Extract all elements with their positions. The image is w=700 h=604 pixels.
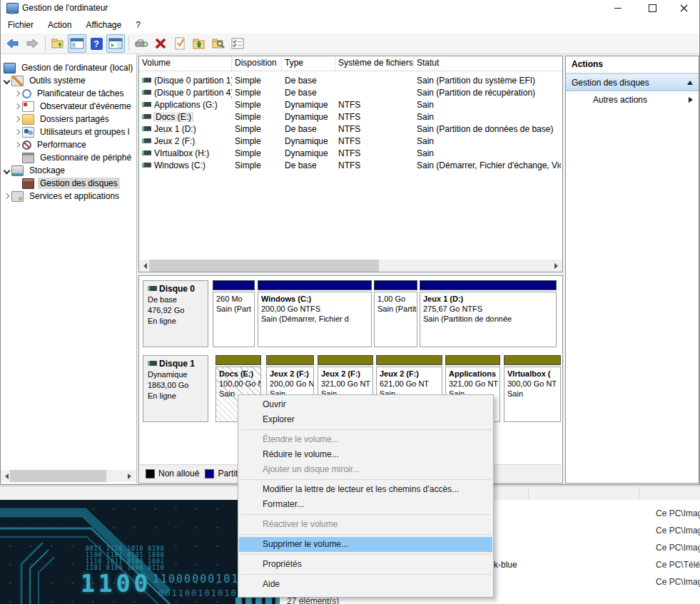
device-view-button[interactable] bbox=[132, 34, 151, 53]
scroll-right-arrow[interactable] bbox=[123, 470, 136, 482]
show-action-pane-button[interactable] bbox=[106, 34, 125, 53]
close-button[interactable] bbox=[669, 0, 698, 16]
volume-icon bbox=[142, 78, 151, 83]
export-list-button[interactable] bbox=[190, 34, 208, 53]
column-header-fs[interactable]: Système de fichiers bbox=[335, 56, 414, 71]
chevron-collapsed-icon bbox=[4, 193, 9, 199]
legend-unallocated-swatch bbox=[146, 469, 155, 478]
context-menu-item-formater[interactable]: Formater... bbox=[239, 497, 492, 512]
explorer-location-cell[interactable]: Ce PC\Imag bbox=[656, 577, 700, 587]
disk-icon bbox=[148, 361, 157, 366]
partition-color-bar bbox=[213, 280, 255, 290]
toolbar: ? bbox=[1, 34, 699, 54]
scrollbar-thumb[interactable] bbox=[10, 470, 106, 482]
shared-folders-icon bbox=[22, 114, 34, 125]
minimize-button[interactable] bbox=[604, 0, 632, 16]
task-list-button[interactable] bbox=[228, 34, 247, 53]
context-menu-item-aide[interactable]: Aide bbox=[239, 577, 492, 592]
column-header-volume[interactable]: Volume bbox=[139, 56, 232, 71]
tree-item-task-scheduler[interactable]: Planificateur de tâches bbox=[1, 87, 136, 100]
find-button[interactable] bbox=[209, 34, 228, 53]
explorer-location-cell[interactable]: Ce PC\Imag bbox=[656, 508, 700, 518]
volume-icon bbox=[142, 102, 151, 107]
disk0-partition-jeux1-d[interactable]: Jeux 1 (D:)275,67 Go NTFSSain (Partition… bbox=[420, 280, 557, 347]
context-menu-item-proprietes[interactable]: Propriétés bbox=[239, 557, 492, 572]
delete-volume-button[interactable] bbox=[151, 34, 170, 53]
explorer-location-cell[interactable]: Ce PC\Imag bbox=[656, 526, 700, 536]
disk-icon bbox=[148, 286, 157, 291]
menu-fichier[interactable]: Fichier bbox=[1, 16, 41, 34]
volume-row[interactable]: (Disque 0 partition 1) SimpleDe base Sai… bbox=[139, 74, 562, 86]
volume-icon bbox=[142, 126, 151, 131]
volume-row[interactable]: Jeux 2 (F:) SimpleDynamique NTFSSain bbox=[139, 135, 562, 147]
explorer-file-name[interactable]: k-blue bbox=[494, 560, 517, 570]
column-header-statut[interactable]: Statut bbox=[414, 56, 561, 71]
help-button[interactable]: ? bbox=[87, 34, 106, 53]
tree-item-storage[interactable]: Stockage bbox=[1, 164, 136, 177]
scrollbar-thumb[interactable] bbox=[149, 260, 379, 272]
up-level-button[interactable] bbox=[49, 34, 67, 53]
volume-icon bbox=[142, 90, 151, 95]
menu-help[interactable]: ? bbox=[128, 16, 148, 34]
volume-table-header: Volume Disposition Type Système de fichi… bbox=[139, 56, 562, 71]
users-groups-icon bbox=[22, 127, 34, 138]
tree-item-disk-management[interactable]: Gestion des disques bbox=[1, 177, 136, 190]
volume-icon bbox=[142, 163, 151, 168]
context-menu-item-supprimer[interactable]: Supprimer le volume... bbox=[239, 537, 492, 552]
volume-row[interactable]: Windows (C:) SimpleDe base NTFSSain (Dém… bbox=[139, 159, 562, 171]
tree-item-device-manager[interactable]: Gestionnaire de périphé bbox=[1, 151, 136, 164]
volume-row[interactable]: Applications (G:) SimpleDynamique NTFSSa… bbox=[139, 98, 562, 111]
column-header-disposition[interactable]: Disposition bbox=[232, 56, 282, 71]
disk0-label-cell[interactable]: Disque 0 De base 476,92 Go En ligne bbox=[143, 280, 208, 347]
menu-affichage[interactable]: Affichage bbox=[78, 16, 128, 34]
forward-button[interactable] bbox=[23, 34, 41, 53]
check-document-icon bbox=[173, 36, 186, 51]
collapse-icon[interactable] bbox=[687, 81, 693, 85]
tree-item-performance[interactable]: Performance bbox=[1, 138, 136, 151]
column-divider bbox=[639, 488, 639, 498]
menu-separator bbox=[240, 479, 491, 480]
tree-item-system-tools[interactable]: Outils système bbox=[1, 74, 136, 87]
partition-color-bar bbox=[215, 355, 261, 365]
menu-action[interactable]: Action bbox=[41, 16, 78, 34]
disk1-partition-virtualbox-h[interactable]: VIrtualbox (300,00 Go NTSain bbox=[504, 355, 561, 422]
tree-item-users-groups[interactable]: Utilisateurs et groupes l bbox=[1, 126, 136, 138]
context-menu-item-etendre: Étendre le volume... bbox=[239, 432, 492, 447]
tree-item-shared-folders[interactable]: Dossiers partagés bbox=[1, 113, 136, 126]
screen: 0011 1110 1010 0100 1100 1101 0101 1000 … bbox=[0, 0, 700, 604]
menu-separator bbox=[240, 554, 491, 555]
volume-row[interactable]: Jeux 1 (D:) SimpleDe base NTFSSain (Part… bbox=[139, 123, 562, 135]
volume-row-selected[interactable]: Docs (E:) SimpleDynamique NTFSSain bbox=[139, 111, 562, 123]
tree-horizontal-scrollbar[interactable] bbox=[1, 470, 136, 482]
volume-row[interactable]: (Disque 0 partition 4) SimpleDe base Sai… bbox=[139, 86, 562, 98]
actions-group-disk-management[interactable]: Gestion des disques bbox=[566, 73, 699, 91]
explorer-location-cell[interactable]: Ce PC\Téléc bbox=[656, 560, 700, 570]
partition-color-bar bbox=[376, 355, 442, 365]
volume-row[interactable]: VIrtualbox (H:) SimpleDynamique NTFSSain bbox=[139, 147, 562, 159]
partition-color-bar bbox=[420, 280, 557, 290]
partition-color-bar bbox=[445, 355, 500, 365]
actions-more-actions[interactable]: Autres actions bbox=[566, 91, 699, 108]
maximize-button[interactable] bbox=[638, 0, 666, 16]
column-header-type[interactable]: Type bbox=[282, 56, 335, 71]
context-menu-item-reduire[interactable]: Réduire le volume... bbox=[239, 447, 492, 462]
disk0-partition-windows-c[interactable]: Windows (C:)200,00 Go NTFSSain (Démarrer… bbox=[258, 280, 372, 347]
tree-item-event-viewer[interactable]: Observateur d'événeme bbox=[1, 100, 136, 113]
context-menu-item-ouvrir[interactable]: Ouvrir bbox=[239, 397, 492, 412]
partition-color-bar bbox=[318, 355, 373, 365]
back-button[interactable] bbox=[4, 34, 22, 53]
volume-icon bbox=[142, 150, 151, 155]
disk1-label-cell[interactable]: Disque 1 Dynamique 1863,00 Go En ligne bbox=[143, 355, 208, 422]
show-console-tree-button[interactable] bbox=[68, 34, 86, 53]
scroll-right-arrow[interactable] bbox=[550, 260, 562, 272]
properties-button[interactable] bbox=[171, 34, 189, 53]
tree-item-computer-management[interactable]: Gestion de l'ordinateur (local) bbox=[1, 61, 136, 74]
wallpaper-binary-line2: 0011001010101 bbox=[158, 588, 244, 598]
context-menu-item-explorer[interactable]: Explorer bbox=[239, 412, 492, 427]
disk0-partition-recovery[interactable]: 1,00 GoSain (Partitio bbox=[374, 280, 417, 347]
tree-item-services-applications[interactable]: Services et applications bbox=[1, 190, 136, 203]
context-menu-item-modifier-lettre[interactable]: Modifier la lettre de lecteur et les che… bbox=[239, 482, 492, 497]
volume-list-horizontal-scrollbar[interactable] bbox=[139, 260, 562, 272]
disk0-partition-efi[interactable]: 260 MoSain (Part bbox=[213, 280, 255, 347]
explorer-location-cell[interactable]: Ce PC\Imag bbox=[656, 543, 700, 553]
